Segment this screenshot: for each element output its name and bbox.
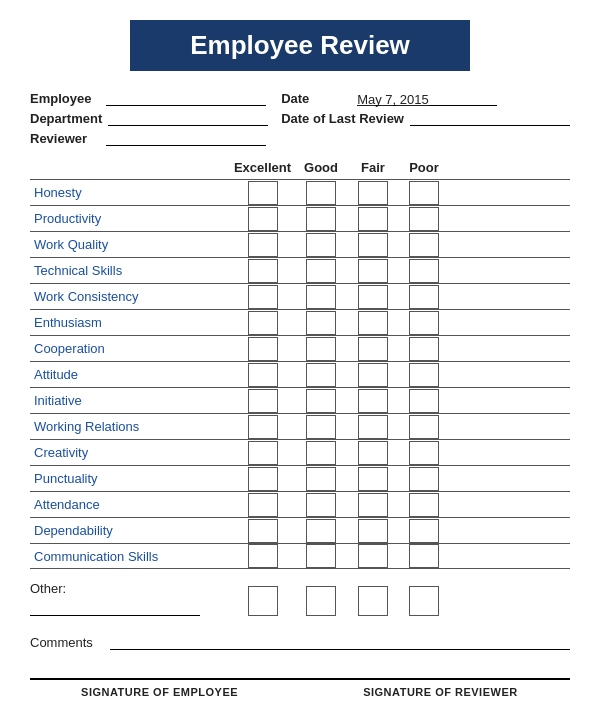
checkbox-fair[interactable]	[358, 415, 388, 439]
checkbox-good[interactable]	[306, 363, 336, 387]
checkbox-excellent[interactable]	[248, 389, 278, 413]
other-checkbox-good[interactable]	[306, 586, 336, 616]
checkbox-good[interactable]	[306, 493, 336, 517]
checkbox-good[interactable]	[306, 233, 336, 257]
reviewer-signature: SIGNATURE OF REVIEWER	[311, 686, 570, 698]
checkbox-poor[interactable]	[409, 389, 439, 413]
criteria-list: Honesty Productivity Work Quality	[30, 179, 570, 569]
checkbox-excellent[interactable]	[248, 544, 278, 568]
checkbox-poor[interactable]	[409, 311, 439, 335]
checkbox-poor[interactable]	[409, 337, 439, 361]
rating-boxes	[230, 207, 449, 231]
comments-section: Comments	[30, 632, 570, 650]
table-row: Punctuality	[30, 465, 570, 491]
checkbox-excellent[interactable]	[248, 285, 278, 309]
employee-row: Employee	[30, 91, 268, 106]
checkbox-fair[interactable]	[358, 207, 388, 231]
last-review-row: Date of Last Review	[281, 111, 570, 126]
employee-field[interactable]	[106, 92, 266, 106]
checkbox-excellent[interactable]	[248, 519, 278, 543]
checkbox-poor[interactable]	[409, 544, 439, 568]
checkbox-fair[interactable]	[358, 311, 388, 335]
rating-boxes	[230, 285, 449, 309]
checkbox-poor[interactable]	[409, 467, 439, 491]
reviewer-row: Reviewer	[30, 131, 268, 146]
checkbox-excellent[interactable]	[248, 415, 278, 439]
checkbox-excellent[interactable]	[248, 311, 278, 335]
checkbox-fair[interactable]	[358, 389, 388, 413]
table-row: Work Quality	[30, 231, 570, 257]
checkbox-fair[interactable]	[358, 181, 388, 205]
checkbox-good[interactable]	[306, 389, 336, 413]
table-row: Productivity	[30, 205, 570, 231]
checkbox-excellent[interactable]	[248, 441, 278, 465]
criteria-label: Communication Skills	[30, 549, 230, 564]
checkbox-excellent[interactable]	[248, 493, 278, 517]
checkbox-excellent[interactable]	[248, 337, 278, 361]
checkbox-good[interactable]	[306, 467, 336, 491]
criteria-label: Enthusiasm	[30, 315, 230, 330]
department-field[interactable]	[108, 112, 268, 126]
checkbox-fair[interactable]	[358, 493, 388, 517]
checkbox-poor[interactable]	[409, 441, 439, 465]
criteria-label: Work Quality	[30, 237, 230, 252]
checkbox-poor[interactable]	[409, 233, 439, 257]
checkbox-good[interactable]	[306, 544, 336, 568]
checkbox-fair[interactable]	[358, 544, 388, 568]
department-label: Department	[30, 111, 102, 126]
checkbox-fair[interactable]	[358, 259, 388, 283]
checkbox-poor[interactable]	[409, 519, 439, 543]
checkbox-poor[interactable]	[409, 285, 439, 309]
reviewer-field[interactable]	[106, 132, 266, 146]
table-row: Attendance	[30, 491, 570, 517]
other-checkbox-poor[interactable]	[409, 586, 439, 616]
checkbox-good[interactable]	[306, 181, 336, 205]
other-checkbox-excellent[interactable]	[248, 586, 278, 616]
checkbox-good[interactable]	[306, 441, 336, 465]
rating-boxes	[230, 493, 449, 517]
rating-boxes	[230, 363, 449, 387]
other-section: Other:	[30, 581, 570, 616]
checkbox-fair[interactable]	[358, 519, 388, 543]
date-label: Date	[281, 91, 351, 106]
checkbox-good[interactable]	[306, 259, 336, 283]
checkbox-excellent[interactable]	[248, 181, 278, 205]
checkbox-good[interactable]	[306, 285, 336, 309]
checkbox-poor[interactable]	[409, 181, 439, 205]
checkbox-fair[interactable]	[358, 285, 388, 309]
checkbox-excellent[interactable]	[248, 207, 278, 231]
checkbox-poor[interactable]	[409, 415, 439, 439]
criteria-label: Initiative	[30, 393, 230, 408]
header-good: Good	[295, 160, 347, 175]
checkbox-good[interactable]	[306, 337, 336, 361]
other-checkbox-fair[interactable]	[358, 586, 388, 616]
last-review-field[interactable]	[410, 112, 570, 126]
comments-field[interactable]	[110, 632, 570, 650]
checkbox-excellent[interactable]	[248, 363, 278, 387]
checkbox-poor[interactable]	[409, 207, 439, 231]
other-text-field[interactable]	[30, 602, 200, 616]
checkbox-poor[interactable]	[409, 259, 439, 283]
checkbox-poor[interactable]	[409, 493, 439, 517]
checkbox-fair[interactable]	[358, 233, 388, 257]
checkbox-fair[interactable]	[358, 441, 388, 465]
checkbox-good[interactable]	[306, 207, 336, 231]
criteria-label: Working Relations	[30, 419, 230, 434]
table-row: Honesty	[30, 179, 570, 205]
checkbox-good[interactable]	[306, 415, 336, 439]
department-row: Department	[30, 111, 268, 126]
table-row: Dependability	[30, 517, 570, 543]
info-section: Employee Department Reviewer Date May 7,…	[30, 91, 570, 146]
checkbox-excellent[interactable]	[248, 233, 278, 257]
checkbox-good[interactable]	[306, 311, 336, 335]
checkbox-excellent[interactable]	[248, 259, 278, 283]
checkbox-fair[interactable]	[358, 467, 388, 491]
checkbox-fair[interactable]	[358, 363, 388, 387]
criteria-label: Dependability	[30, 523, 230, 538]
checkbox-fair[interactable]	[358, 337, 388, 361]
rating-boxes	[230, 467, 449, 491]
checkbox-excellent[interactable]	[248, 467, 278, 491]
checkbox-poor[interactable]	[409, 363, 439, 387]
checkbox-good[interactable]	[306, 519, 336, 543]
table-row: Attitude	[30, 361, 570, 387]
